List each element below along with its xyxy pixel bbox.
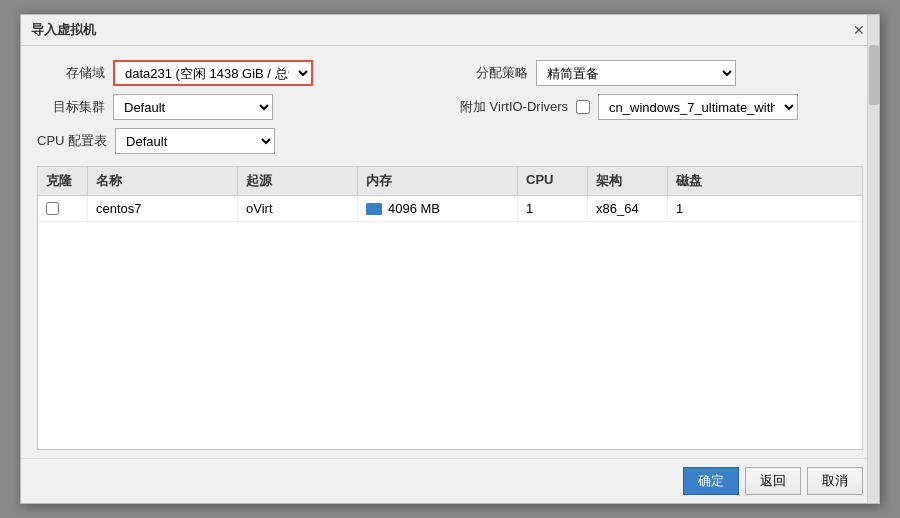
cpu-profile-select[interactable]: Default: [115, 128, 275, 154]
target-cluster-select[interactable]: Default: [113, 94, 273, 120]
dialog-body: 存储域 data231 (空闲 1438 GiB / 总计 1 目标集群 Def…: [21, 46, 879, 458]
form-right: 分配策略 精简置备 附加 VirtIO-Drivers cn_windows_7…: [460, 60, 863, 154]
memory-icon: [366, 203, 382, 215]
close-button[interactable]: ✕: [849, 22, 869, 38]
confirm-button[interactable]: 确定: [683, 467, 739, 495]
dialog-footer: 确定 返回 取消: [21, 458, 879, 503]
cancel-button[interactable]: 取消: [807, 467, 863, 495]
virtio-row: 附加 VirtIO-Drivers cn_windows_7_ultimate_…: [460, 94, 863, 120]
col-header-clone: 克隆: [38, 167, 88, 195]
import-vm-dialog: 导入虚拟机 ✕ 存储域 data231 (空闲 1438 GiB / 总计 1 …: [20, 14, 880, 504]
cell-clone: [38, 196, 88, 221]
col-header-cpu: CPU: [518, 167, 588, 195]
scrollbar-thumb: [869, 45, 879, 105]
table-body: centos7 oVirt 4096 MB 1 x86_64 1: [38, 196, 862, 449]
scrollbar[interactable]: [867, 15, 879, 503]
cpu-profile-label: CPU 配置表: [37, 132, 107, 150]
cpu-profile-row: CPU 配置表 Default: [37, 128, 440, 154]
cell-name: centos7: [88, 196, 238, 221]
cell-cpu: 1: [518, 196, 588, 221]
storage-select[interactable]: data231 (空闲 1438 GiB / 总计 1: [113, 60, 313, 86]
vm-table: 克隆 名称 起源 内存 CPU 架构 磁盘 centos7 oVirt 40: [37, 166, 863, 450]
cell-origin: oVirt: [238, 196, 358, 221]
storage-row: 存储域 data231 (空闲 1438 GiB / 总计 1: [37, 60, 440, 86]
alloc-strategy-select[interactable]: 精简置备: [536, 60, 736, 86]
virtio-label: 附加 VirtIO-Drivers: [460, 98, 568, 116]
cell-arch: x86_64: [588, 196, 668, 221]
col-header-arch: 架构: [588, 167, 668, 195]
virtio-checkbox[interactable]: [576, 100, 590, 114]
cell-memory: 4096 MB: [358, 196, 518, 221]
col-header-memory: 内存: [358, 167, 518, 195]
alloc-strategy-label: 分配策略: [460, 64, 528, 82]
target-cluster-label: 目标集群: [37, 98, 105, 116]
row-clone-checkbox[interactable]: [46, 202, 59, 215]
dialog-title: 导入虚拟机: [31, 21, 96, 39]
form-rows: 存储域 data231 (空闲 1438 GiB / 总计 1 目标集群 Def…: [37, 60, 863, 154]
col-header-origin: 起源: [238, 167, 358, 195]
virtio-driver-select[interactable]: cn_windows_7_ultimate_with_s: [598, 94, 798, 120]
back-button[interactable]: 返回: [745, 467, 801, 495]
table-row: centos7 oVirt 4096 MB 1 x86_64 1: [38, 196, 862, 222]
form-left: 存储域 data231 (空闲 1438 GiB / 总计 1 目标集群 Def…: [37, 60, 440, 154]
title-bar: 导入虚拟机 ✕: [21, 15, 879, 46]
col-header-name: 名称: [88, 167, 238, 195]
table-header: 克隆 名称 起源 内存 CPU 架构 磁盘: [38, 167, 862, 196]
cell-disk: 1: [668, 196, 728, 221]
cell-memory-value: 4096 MB: [388, 201, 440, 216]
col-header-disk: 磁盘: [668, 167, 728, 195]
alloc-strategy-row: 分配策略 精简置备: [460, 60, 863, 86]
target-cluster-row: 目标集群 Default: [37, 94, 440, 120]
storage-label: 存储域: [37, 64, 105, 82]
